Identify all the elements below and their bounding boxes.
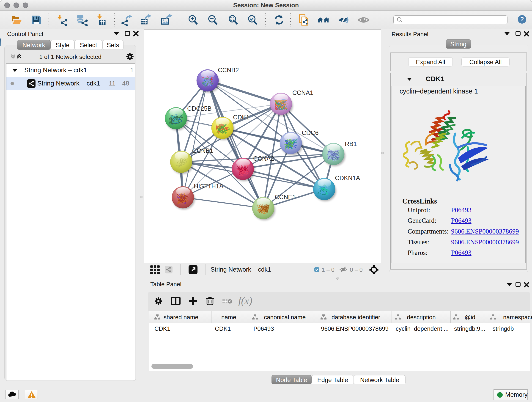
svg-text:CDC6: CDC6	[302, 129, 319, 136]
svg-text:CDK1: CDK1	[233, 114, 249, 121]
svg-text:CDKN1A: CDKN1A	[335, 175, 360, 182]
svg-text:HIST1H1A: HIST1H1A	[194, 183, 223, 190]
svg-text:CCNA2: CCNA2	[253, 155, 274, 162]
svg-text:RB1: RB1	[345, 140, 357, 147]
svg-text:CCNB2: CCNB2	[218, 67, 239, 74]
svg-text:CDC25B: CDC25B	[187, 105, 212, 112]
svg-text:CCNE1: CCNE1	[275, 194, 296, 201]
svg-text:CCNA1: CCNA1	[292, 89, 313, 96]
svg-text:CCNB1: CCNB1	[192, 147, 213, 154]
